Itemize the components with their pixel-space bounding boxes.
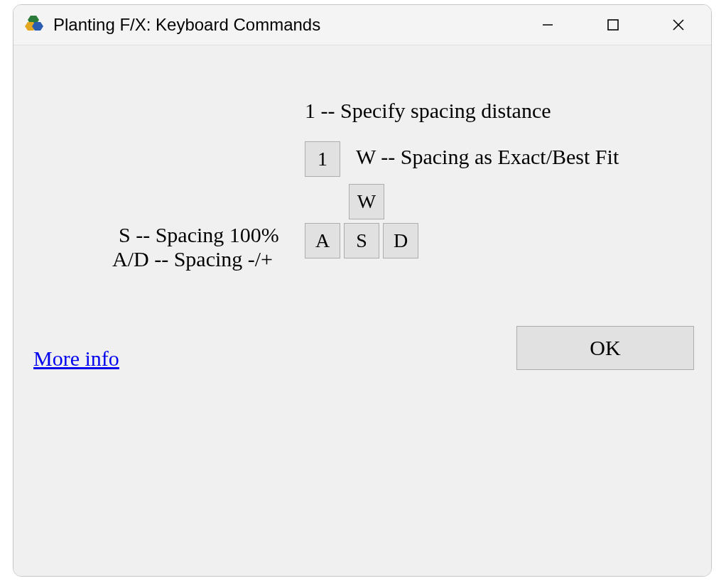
label-key-s: S -- Spacing 100% [119, 223, 279, 248]
dialog-client-area: 1 -- Specify spacing distance W -- Spaci… [13, 45, 711, 576]
keycap-d: D [383, 223, 418, 258]
ok-button[interactable]: OK [516, 326, 694, 370]
keycap-1: 1 [305, 141, 340, 177]
svg-rect-4 [608, 20, 618, 30]
keycap-a: A [305, 223, 340, 258]
label-key-ad: A/D -- Spacing -/+ [112, 247, 273, 272]
window-controls [515, 5, 711, 45]
label-key-w: W -- Spacing as Exact/Best Fit [356, 145, 619, 170]
close-button[interactable] [646, 5, 711, 45]
label-key-1: 1 -- Specify spacing distance [305, 99, 551, 124]
app-icon [25, 16, 43, 34]
keycap-s: S [344, 223, 379, 258]
more-info-link[interactable]: More info [33, 347, 119, 371]
dialog-window: Planting F/X: Keyboard Commands 1 -- Spe… [13, 4, 712, 577]
keycap-w: W [349, 184, 384, 219]
titlebar[interactable]: Planting F/X: Keyboard Commands [13, 5, 711, 45]
window-title: Planting F/X: Keyboard Commands [53, 15, 320, 35]
maximize-button[interactable] [580, 5, 646, 45]
minimize-button[interactable] [515, 5, 580, 45]
